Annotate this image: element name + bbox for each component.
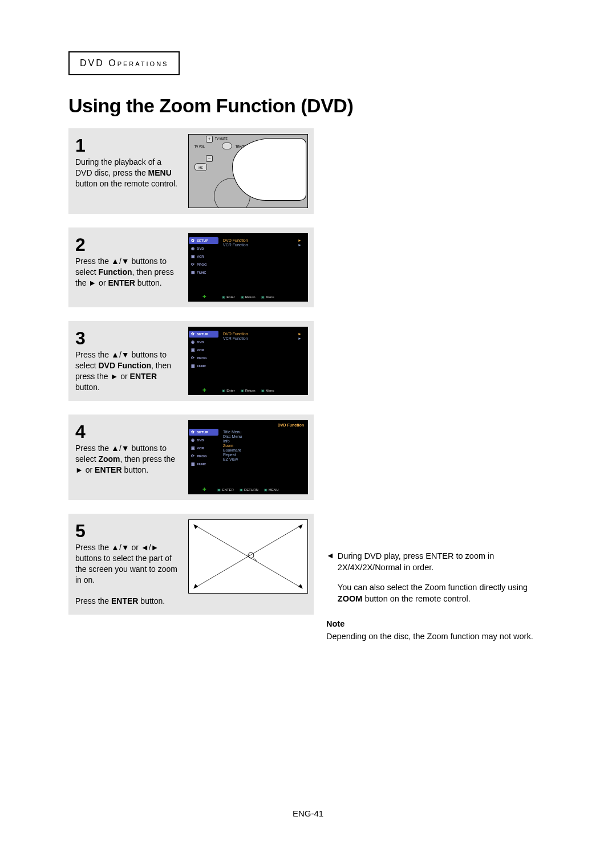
func-icon: ▦ xyxy=(190,461,196,467)
section-label: DVD Operations xyxy=(80,58,168,68)
step-4: 4 Press the ▲/▼ buttons to select Zoom, … xyxy=(68,415,314,500)
note-text: Depending on the disc, the Zoom function… xyxy=(326,631,543,642)
osd-side-prog: ⟳PROG xyxy=(189,261,218,268)
step-3-body: Press the ▲/▼ buttons to select DVD Func… xyxy=(75,350,179,393)
right-caret-icon: ► xyxy=(298,238,302,242)
osd-side-setup: ✿SETUP xyxy=(189,237,218,244)
step-5-num: 5 xyxy=(75,522,179,540)
notes-para2: You can also select the Zoom function di… xyxy=(338,582,543,605)
osd-side-dvd: ◉DVD xyxy=(189,245,218,252)
osd-side-prog: ⟳PROG xyxy=(189,453,218,460)
func-icon: ▦ xyxy=(190,363,196,369)
osd-row-bookmark: Bookmark xyxy=(222,448,303,452)
footer-menu: Menu xyxy=(261,388,274,392)
step-3-text: 3 Press the ▲/▼ buttons to select DVD Fu… xyxy=(74,327,183,395)
right-caret-icon: ► xyxy=(298,336,302,340)
osd-side-func: ▦FUNC xyxy=(189,461,218,468)
arrows-icon: ▲/▼ xyxy=(111,543,129,552)
step-1-num: 1 xyxy=(75,136,179,155)
t: button on the remote control. xyxy=(362,594,470,603)
svg-marker-3 xyxy=(298,525,303,529)
t: Disc Menu xyxy=(223,434,242,438)
dvd-icon: ◉ xyxy=(190,339,196,345)
t: Zoom xyxy=(223,444,233,448)
notes-lead-text: During DVD play, press ENTER to zoom in … xyxy=(338,550,543,574)
right-arrow-icon: ► xyxy=(88,278,96,287)
t: ENTER xyxy=(111,596,138,606)
vcr-icon: ▣ xyxy=(190,347,196,353)
right-caret-icon: ► xyxy=(298,332,302,336)
t: Press the xyxy=(75,444,111,453)
osd-sidebar: ✿SETUP ◉DVD ▣VCR ⟳PROG ▦FUNC xyxy=(189,237,218,276)
vcr-icon: ▣ xyxy=(190,445,196,451)
t: or xyxy=(96,278,108,287)
step-3-num: 3 xyxy=(75,329,179,347)
osd-row-vcr-function: VCR Function► xyxy=(222,336,303,340)
note-heading: Note xyxy=(326,618,543,629)
arrows-icon: ▲/▼ xyxy=(111,444,129,453)
step-4-osd-screen: DVD Function ✿SETUP ◉DVD ▣VCR ⟳PROG ▦FUN… xyxy=(188,420,308,494)
osd-footer: Enter Return Menu xyxy=(189,295,307,299)
osd-sidebar: ✿SETUP ◉DVD ▣VCR ⟳PROG ▦FUNC xyxy=(189,331,218,369)
tv-vol-label: TV VOL xyxy=(194,145,205,148)
step-1-body: During the playback of a DVD disc, press… xyxy=(75,157,179,189)
t: FUNC xyxy=(197,271,206,274)
t: PROG xyxy=(197,454,207,458)
svg-marker-2 xyxy=(193,525,198,529)
prog-icon: ⟳ xyxy=(190,262,196,267)
osd-side-dvd: ◉DVD xyxy=(189,339,218,346)
footer-return: RETURN xyxy=(240,487,258,491)
step-2-osd-screen: ✿SETUP ◉DVD ▣VCR ⟳PROG ▦FUNC DVD Functio… xyxy=(188,233,308,302)
t: Title Menu xyxy=(223,430,241,434)
footer-enter: ENTER xyxy=(217,487,233,491)
t: DVD xyxy=(197,340,204,344)
t: DVD Function xyxy=(223,332,248,336)
dvd-icon: ◉ xyxy=(190,437,196,443)
osd-row-repeat: Repeat xyxy=(222,453,303,457)
t: PROG xyxy=(197,263,207,266)
step-2-body: Press the ▲/▼ buttons to select Function… xyxy=(75,256,179,289)
t: SETUP xyxy=(197,239,208,242)
osd-corner-title: DVD Function xyxy=(278,423,304,427)
t: button. xyxy=(75,383,100,392)
step-5-body: Press the ▲/▼ or ◄/► buttons to select t… xyxy=(75,542,179,607)
osd-content: DVD Function► VCR Function► xyxy=(222,332,303,340)
osd-content: DVD Function► VCR Function► xyxy=(222,238,303,247)
t: Zoom xyxy=(98,454,120,464)
svg-marker-4 xyxy=(193,584,198,588)
step-1-bold: MENU xyxy=(148,168,172,177)
step-4-text: 4 Press the ▲/▼ buttons to select Zoom, … xyxy=(74,420,183,478)
t: VCR xyxy=(197,446,204,450)
page-number: ENG-41 xyxy=(0,809,616,818)
step-1-figure-remote: + – TV MUTE TV VOL TRK/TV ME xyxy=(188,134,308,208)
footer-menu: Menu xyxy=(261,295,274,299)
t: Bookmark xyxy=(223,448,241,452)
t: PROG xyxy=(197,356,207,360)
footer-menu: MENU xyxy=(264,487,279,491)
t: Press the xyxy=(75,257,111,266)
right-arrow-icon: ► xyxy=(75,465,83,474)
vol-plus-icon: + xyxy=(206,136,213,143)
notes-lead: ◄ During DVD play, press ENTER to zoom i… xyxy=(326,550,543,612)
step-1: 1 During the playback of a DVD disc, pre… xyxy=(68,128,314,214)
t: ENTER xyxy=(108,278,135,287)
page-title: Using the Zoom Function (DVD) xyxy=(68,95,553,117)
tv-mute-label: TV MUTE xyxy=(215,137,228,140)
step-5-cross-figure xyxy=(188,519,308,594)
setup-icon: ✿ xyxy=(190,429,196,435)
func-icon: ▦ xyxy=(190,270,196,275)
footer-return: Return xyxy=(241,295,256,299)
t: VCR Function xyxy=(223,336,248,340)
osd-side-vcr: ▣VCR xyxy=(189,253,218,260)
t: Press the xyxy=(75,596,111,606)
osd-row-info: Info xyxy=(222,439,303,443)
osd-row-zoom: Zoom xyxy=(222,444,303,448)
hand-icon xyxy=(232,138,306,201)
notes-column: ◄ During DVD play, press ENTER to zoom i… xyxy=(326,550,543,643)
osd-row-vcr-function: VCR Function► xyxy=(222,243,303,247)
svg-point-6 xyxy=(248,552,254,558)
vol-minus-icon: – xyxy=(206,155,213,162)
osd-footer: ENTER RETURN MENU xyxy=(189,487,307,491)
t: DVD xyxy=(197,438,204,442)
osd-footer: Enter Return Menu xyxy=(189,388,307,392)
